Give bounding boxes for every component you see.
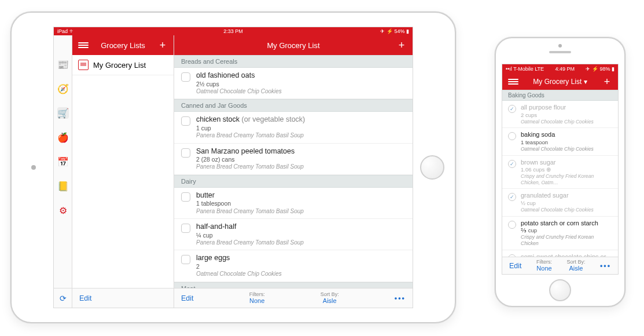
grocery-lists-header: Grocery Lists +: [72, 35, 174, 55]
item-source: Panera Bread Creamy Tomato Basil Soup: [196, 163, 304, 171]
grocery-item[interactable]: half-and-half ¼ cupPanera Bread Creamy T…: [174, 219, 413, 250]
iphone-camera: [558, 44, 562, 48]
checkbox[interactable]: [508, 105, 516, 113]
item-qty: 1.06 cups ⊕: [521, 166, 612, 173]
status-clock: 4:49 PM: [555, 66, 575, 72]
checkbox[interactable]: [508, 160, 516, 168]
status-left: ••ıl T-Mobile LTE: [506, 66, 544, 72]
menu-icon[interactable]: [78, 41, 89, 49]
item-name: granulated sugar: [521, 192, 594, 200]
more-icon[interactable]: •••: [395, 294, 406, 302]
edit-button[interactable]: Edit: [181, 294, 194, 302]
ipad-home-button[interactable]: [420, 155, 444, 180]
sort-value: Aisle: [569, 265, 583, 272]
notebook-icon[interactable]: 📒: [57, 180, 69, 192]
iphone-device: ••ıl T-Mobile LTE 4:49 PM ✈ ⚡ 98% ▮ My G…: [495, 37, 625, 307]
filters-value: None: [249, 297, 264, 304]
item-source: Panera Bread Creamy Tomato Basil Soup: [196, 208, 304, 216]
checkbox[interactable]: [181, 255, 190, 264]
grocery-item[interactable]: San Marzano peeled tomatoes 2 (28 oz) ca…: [174, 144, 413, 175]
grocery-item[interactable]: chicken stock (or vegetable stock)1 cupP…: [174, 112, 413, 143]
side-icon-rail: 📰🧭🛒🍎📅📒⚙: [54, 35, 72, 308]
section-header: Meat: [174, 282, 413, 288]
filters-control[interactable]: Filters: None: [536, 260, 552, 272]
today-icon[interactable]: 📰: [57, 59, 69, 70]
grocery-item[interactable]: baking soda 1 teaspoonOatmeal Chocolate …: [502, 128, 618, 155]
grocery-items-scroll[interactable]: Breads and Cerealsold fashioned oats 2½ …: [174, 55, 413, 288]
add-list-button[interactable]: +: [157, 40, 168, 50]
ipad-camera: [31, 165, 36, 170]
settings-icon[interactable]: ⚙: [57, 204, 69, 216]
add-item-button[interactable]: +: [602, 76, 612, 87]
grocery-list-row[interactable]: My Grocery List: [72, 55, 174, 75]
item-name: half-and-half: [196, 222, 304, 232]
item-qty: ¼ cup: [196, 232, 304, 239]
ipad-screen: iPad ᯤ 2:33 PM ✈ ⚡ 54% ▮ 📰🧭🛒🍎📅📒⚙ Grocery…: [53, 27, 413, 308]
grocery-item[interactable]: all purpose flour 2 cupsOatmeal Chocolat…: [502, 101, 618, 128]
filters-label: Filters:: [536, 260, 552, 265]
grocery-lists-title: Grocery Lists: [101, 41, 145, 50]
item-qty: 1 cup: [196, 125, 305, 132]
iphone-items-scroll[interactable]: all purpose flour 2 cupsOatmeal Chocolat…: [502, 101, 618, 257]
item-qty: 2 (28 oz) cans: [196, 156, 304, 163]
item-note: (or vegetable stock): [242, 115, 306, 123]
list-icon: [78, 60, 89, 70]
item-qty: 2: [196, 263, 282, 271]
item-source: Oatmeal Chocolate Chip Cookies: [521, 146, 594, 152]
item-source: Oatmeal Chocolate Chip Cookies: [521, 119, 594, 125]
sort-label: Sort By:: [566, 260, 585, 265]
lists-edit-button[interactable]: Edit: [79, 294, 92, 302]
edit-button[interactable]: Edit: [509, 262, 522, 270]
iphone-home-button[interactable]: [549, 279, 571, 301]
checkbox[interactable]: [181, 116, 190, 126]
sort-value: Aisle: [323, 297, 337, 304]
item-name: brown sugar: [521, 159, 612, 167]
grocery-item[interactable]: granulated sugar ½ cupOatmeal Chocolate …: [502, 189, 618, 216]
sort-control[interactable]: Sort By: Aisle: [321, 292, 339, 305]
grocery-item[interactable]: old fashioned oats 2½ cupsOatmeal Chocol…: [174, 68, 413, 99]
checkbox[interactable]: [508, 132, 516, 140]
checkbox[interactable]: [508, 193, 516, 201]
item-name: butter: [196, 191, 304, 200]
menu-icon[interactable]: [508, 78, 518, 86]
sync-icon[interactable]: ⟳: [60, 294, 67, 303]
checkbox[interactable]: [508, 221, 516, 229]
cook-icon[interactable]: 🍎: [57, 132, 69, 143]
checkbox[interactable]: [181, 192, 190, 202]
item-name: baking soda: [521, 131, 594, 139]
cart-icon[interactable]: 🛒: [57, 107, 69, 119]
sort-control[interactable]: Sort By: Aisle: [566, 260, 585, 272]
item-name: large eggs: [196, 254, 282, 263]
grocery-lists-rows: My Grocery List: [72, 55, 174, 75]
checkbox[interactable]: [181, 224, 190, 233]
checkbox[interactable]: [181, 72, 190, 82]
checkbox[interactable]: [181, 148, 190, 158]
grocery-item[interactable]: brown sugar 1.06 cups ⊕Crispy and Crunch…: [502, 156, 618, 189]
iphone-toolbar: Edit Filters: None Sort By: Aisle •••: [502, 257, 618, 274]
status-left: iPad ᯤ: [57, 28, 75, 34]
iphone-screen: ••ıl T-Mobile LTE 4:49 PM ✈ ⚡ 98% ▮ My G…: [502, 64, 619, 275]
item-name: old fashioned oats: [196, 71, 282, 81]
item-qty: 1 teaspoon: [521, 139, 594, 146]
status-clock: 2:33 PM: [223, 28, 243, 34]
status-right: ✈ ⚡ 98% ▮: [586, 66, 614, 72]
item-qty: 2½ cups: [196, 81, 282, 88]
discover-icon[interactable]: 🧭: [57, 83, 69, 94]
item-name: all purpose flour: [521, 104, 594, 112]
iphone-title[interactable]: My Grocery List ▾: [533, 78, 587, 86]
filters-value: None: [536, 265, 551, 272]
grocery-item[interactable]: potato starch or corn starch ⅔ cupCrispy…: [502, 217, 618, 250]
filters-control[interactable]: Filters: None: [249, 292, 265, 305]
sync-toolbar: ⟳: [54, 288, 72, 308]
grocery-item[interactable]: butter 1 tablespoonPanera Bread Creamy T…: [174, 188, 413, 219]
grocery-item[interactable]: large eggs 2Oatmeal Chocolate Chip Cooki…: [174, 250, 413, 282]
section-header: Breads and Cereals: [174, 55, 413, 68]
status-right: ✈ ⚡ 54% ▮: [380, 28, 409, 34]
item-source: Panera Bread Creamy Tomato Basil Soup: [196, 132, 305, 140]
add-item-button[interactable]: +: [396, 40, 407, 50]
item-source: Panera Bread Creamy Tomato Basil Soup: [196, 239, 304, 247]
grocery-item[interactable]: semi-sweet chocolate chips or chocolate …: [502, 250, 618, 257]
more-icon[interactable]: •••: [600, 262, 611, 270]
section-header: Canned and Jar Goods: [174, 99, 413, 112]
calendar-icon[interactable]: 📅: [57, 156, 69, 167]
